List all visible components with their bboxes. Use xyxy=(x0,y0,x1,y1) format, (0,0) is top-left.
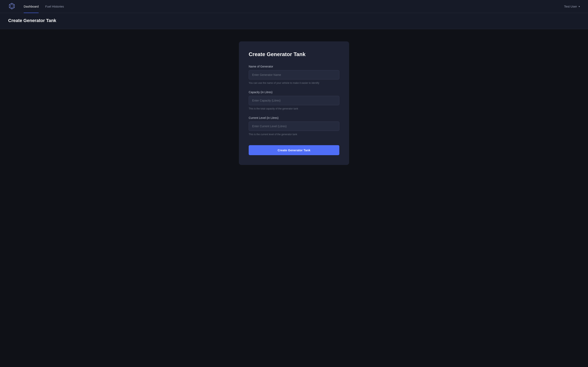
create-generator-tank-button[interactable]: Create Generator Tank xyxy=(249,145,339,155)
navbar-left: Dashboard Fuel Histories xyxy=(8,0,64,13)
current-level-label: Current Level (in Litres) xyxy=(249,116,339,119)
nav-link-dashboard[interactable]: Dashboard xyxy=(24,0,39,13)
page-header: Create Generator Tank xyxy=(0,13,588,29)
nav-link-fuel-histories[interactable]: Fuel Histories xyxy=(45,0,64,13)
generator-name-input[interactable] xyxy=(249,70,339,80)
form-group-name: Name of Generator You can use the name o… xyxy=(249,65,339,85)
current-level-hint: This is the current level of the generat… xyxy=(249,133,339,136)
current-level-input[interactable] xyxy=(249,122,339,131)
form-card-title: Create Generator Tank xyxy=(249,51,339,58)
capacity-hint: This is the total capacity of the genera… xyxy=(249,107,339,110)
form-group-current-level: Current Level (in Litres) This is the cu… xyxy=(249,116,339,136)
capacity-label: Capacity (in Litres) xyxy=(249,91,339,94)
name-label: Name of Generator xyxy=(249,65,339,68)
create-generator-form: Name of Generator You can use the name o… xyxy=(249,65,339,155)
nav-links: Dashboard Fuel Histories xyxy=(24,0,64,13)
user-menu[interactable]: Test User ▾ xyxy=(564,5,580,8)
page-title: Create Generator Tank xyxy=(8,18,580,23)
user-name-label: Test User xyxy=(564,5,577,8)
svg-marker-1 xyxy=(10,4,13,8)
form-group-capacity: Capacity (in Litres) This is the total c… xyxy=(249,91,339,110)
create-generator-form-card: Create Generator Tank Name of Generator … xyxy=(239,42,349,165)
capacity-input[interactable] xyxy=(249,96,339,105)
navbar: Dashboard Fuel Histories Test User ▾ xyxy=(0,0,588,13)
logo[interactable] xyxy=(8,2,16,11)
main-content: Create Generator Tank Name of Generator … xyxy=(0,29,588,367)
name-hint: You can use the name of your vehicle to … xyxy=(249,81,339,85)
chevron-down-icon: ▾ xyxy=(579,5,580,8)
